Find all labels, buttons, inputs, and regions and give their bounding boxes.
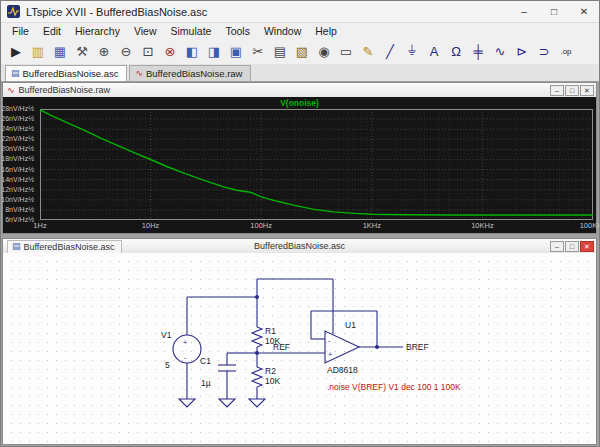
- plot-svg[interactable]: [40, 109, 593, 220]
- find-icon[interactable]: ◉: [314, 41, 334, 61]
- v1-plus-mark: +: [183, 339, 187, 346]
- waveform-window-title: BufferedBiasNoise.raw: [19, 85, 110, 95]
- u1-part-label[interactable]: AD8618: [327, 365, 358, 375]
- schematic-window: ▤ BufferedBiasNoise.asc BufferedBiasNois…: [2, 238, 597, 445]
- net-label-icon[interactable]: A: [424, 41, 444, 61]
- menu-item-hierarchy[interactable]: Hierarchy: [68, 25, 127, 37]
- zoom-out-icon[interactable]: ⊖: [116, 41, 136, 61]
- schematic-filename-tab[interactable]: ▤ BufferedBiasNoise.asc: [7, 240, 122, 253]
- capacitor-icon[interactable]: ╪: [468, 41, 488, 61]
- x-tick-label: 100Hz: [250, 221, 272, 230]
- opamp-symbol: [325, 331, 359, 363]
- tab-BufferedBiasNoise.asc[interactable]: ▤BufferedBiasNoise.asc: [5, 65, 127, 81]
- cut-icon[interactable]: ✂: [248, 41, 268, 61]
- menu-item-file[interactable]: File: [5, 25, 36, 37]
- menu-item-edit[interactable]: Edit: [36, 25, 68, 37]
- x-tick-label: 10KHz: [471, 221, 494, 230]
- v1-minus-mark: -: [184, 354, 187, 361]
- r1-name-label[interactable]: R1: [265, 326, 276, 336]
- y-tick-label: 24nV/Hz½: [0, 125, 34, 132]
- ground-symbol-v1: [179, 399, 195, 407]
- x-tick-label: 100KHz: [580, 221, 600, 230]
- menu-item-tools[interactable]: Tools: [218, 25, 257, 37]
- y-tick-label: 20nV/Hz½: [0, 145, 34, 152]
- y-tick-label: 14nV/Hz½: [0, 176, 34, 183]
- title-bar: LTspice XVII - BufferedBiasNoise.asc – □…: [1, 1, 599, 23]
- main-toolbar: ▶▥▦⚒⊕⊖⊡⊗◧◨▣✂▤▧◉▭✎╱⏚AΩ╪∿⊳⊃.op: [1, 38, 599, 65]
- tab-bar: ▤BufferedBiasNoise.asc∿BufferedBiasNoise…: [1, 64, 599, 82]
- x-tick-label: 1KHz: [363, 221, 381, 230]
- copy-icon[interactable]: ▤: [270, 41, 290, 61]
- x-tick-label: 1Hz: [33, 221, 46, 230]
- net-label-ref[interactable]: REF: [273, 342, 290, 352]
- resistor-r2-symbol: [252, 365, 262, 389]
- minimize-button[interactable]: –: [509, 1, 539, 22]
- diode-icon[interactable]: ⊳: [512, 41, 532, 61]
- control-panel-icon[interactable]: ⚒: [72, 41, 92, 61]
- ground-icon[interactable]: ⏚: [402, 41, 422, 61]
- tile-vertical-icon[interactable]: ◧: [182, 41, 202, 61]
- tab-label: BufferedBiasNoise.raw: [146, 68, 242, 79]
- schematic-tab-label: BufferedBiasNoise.asc: [24, 242, 115, 252]
- print-icon[interactable]: ▭: [336, 41, 356, 61]
- waveform-restore-button[interactable]: □: [565, 85, 579, 96]
- maximize-button[interactable]: □: [539, 1, 569, 22]
- u1-name-label[interactable]: U1: [345, 320, 356, 330]
- cascade-windows-icon[interactable]: ▣: [226, 41, 246, 61]
- schematic-window-titlebar[interactable]: ▤ BufferedBiasNoise.asc BufferedBiasNois…: [3, 239, 596, 254]
- waveform-window-titlebar[interactable]: ∿ BufferedBiasNoise.raw – □ ✕: [3, 83, 596, 98]
- y-tick-label: 28nV/Hz½: [0, 105, 34, 112]
- run-icon[interactable]: ▶: [6, 41, 26, 61]
- x-tick-label: 10Hz: [142, 221, 160, 230]
- close-button[interactable]: ✕: [569, 1, 599, 22]
- menu-item-simulate[interactable]: Simulate: [164, 25, 219, 37]
- ltspice-app-window: LTspice XVII - BufferedBiasNoise.asc – □…: [0, 0, 600, 447]
- component-icon[interactable]: ⊃: [534, 41, 554, 61]
- menu-item-window[interactable]: Window: [257, 25, 308, 37]
- paste-icon[interactable]: ▧: [292, 41, 312, 61]
- menu-item-help[interactable]: Help: [308, 25, 344, 37]
- schematic-close-button[interactable]: ✕: [580, 241, 594, 252]
- trace-legend-label[interactable]: V(onoise): [3, 98, 596, 108]
- inductor-icon[interactable]: ∿: [490, 41, 510, 61]
- ltspice-logo-icon: [7, 5, 20, 18]
- waveform-window: ∿ BufferedBiasNoise.raw – □ ✕ V(onoise) …: [2, 82, 597, 234]
- schematic-icon: ▤: [11, 69, 20, 78]
- tile-horizontal-icon[interactable]: ◨: [204, 41, 224, 61]
- net-label-bref[interactable]: BREF: [406, 342, 429, 352]
- tab-BufferedBiasNoise.raw[interactable]: ∿BufferedBiasNoise.raw: [129, 65, 251, 81]
- r2-value-label[interactable]: 10K: [265, 376, 280, 386]
- menu-bar: FileEditHierarchyViewSimulateToolsWindow…: [1, 23, 599, 38]
- wire-icon[interactable]: ╱: [380, 41, 400, 61]
- edit-pencil-icon[interactable]: ✎: [358, 41, 378, 61]
- spice-directive-icon[interactable]: .op: [556, 41, 576, 61]
- trace-vonoise[interactable]: [40, 110, 593, 215]
- waveform-window-controls: – □ ✕: [550, 85, 594, 96]
- mdi-area: ∿ BufferedBiasNoise.raw – □ ✕ V(onoise) …: [1, 81, 599, 446]
- schematic-canvas[interactable]: V1 5 R1 10K R2 10K C1 1µ REF U1 AD8618 B…: [3, 253, 596, 444]
- schematic-minimize-button[interactable]: –: [550, 241, 564, 252]
- plot-area[interactable]: V(onoise) 28nV/Hz½26nV/Hz½24nV/Hz½22nV/H…: [3, 97, 596, 233]
- r2-name-label[interactable]: R2: [265, 366, 276, 376]
- c1-value-label[interactable]: 1µ: [201, 378, 211, 388]
- waveform-minimize-button[interactable]: –: [550, 85, 564, 96]
- c1-name-label[interactable]: C1: [200, 356, 211, 366]
- zoom-area-icon[interactable]: ⊡: [138, 41, 158, 61]
- y-tick-label: 26nV/Hz½: [0, 115, 34, 122]
- zoom-full-extents-icon[interactable]: ⊗: [160, 41, 180, 61]
- v1-name-label[interactable]: V1: [161, 330, 172, 340]
- save-icon[interactable]: ▦: [50, 41, 70, 61]
- resistor-r1-symbol: [252, 325, 262, 349]
- tab-label: BufferedBiasNoise.asc: [23, 68, 119, 79]
- y-tick-label: 6nV/Hz½: [0, 216, 34, 223]
- y-tick-label: 22nV/Hz½: [0, 135, 34, 142]
- schematic-restore-button[interactable]: □: [565, 241, 579, 252]
- zoom-in-icon[interactable]: ⊕: [94, 41, 114, 61]
- open-folder-icon[interactable]: ▥: [28, 41, 48, 61]
- waveform-close-button[interactable]: ✕: [580, 85, 594, 96]
- schematic-canvas-area[interactable]: V1 5 R1 10K R2 10K C1 1µ REF U1 AD8618 B…: [3, 253, 596, 444]
- v1-value-label[interactable]: 5: [165, 360, 170, 370]
- resistor-icon[interactable]: Ω: [446, 41, 466, 61]
- spice-directive-text[interactable]: .noise V(BREF) V1 dec 100 1 100K: [327, 382, 461, 392]
- menu-item-view[interactable]: View: [127, 25, 164, 37]
